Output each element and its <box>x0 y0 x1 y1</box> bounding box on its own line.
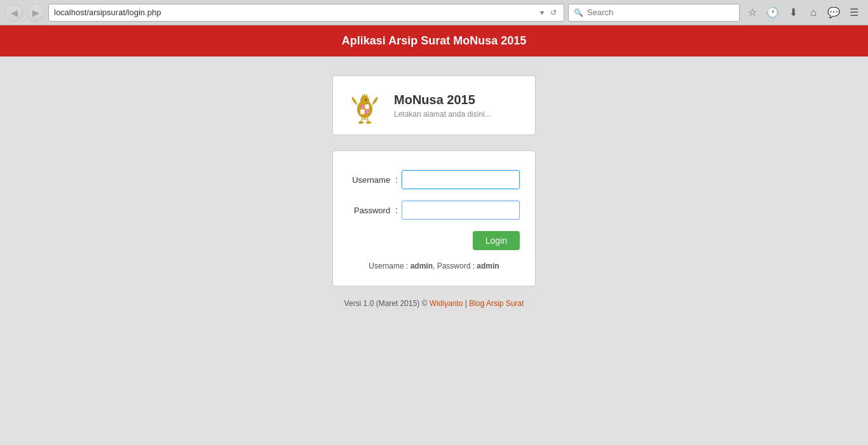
page-body: MoNusa 2015 Letakan alamat anda disini..… <box>0 56 868 445</box>
logo-app-subtitle: Letakan alamat anda disini... <box>394 110 491 119</box>
chat-icon[interactable]: 💬 <box>825 4 843 22</box>
home-icon[interactable]: ⌂ <box>804 4 822 22</box>
button-row: Login <box>348 231 520 250</box>
search-bar[interactable]: 🔍 <box>568 4 740 22</box>
svg-rect-12 <box>364 94 365 96</box>
username-input[interactable] <box>402 170 520 189</box>
password-label: Password <box>348 206 395 215</box>
footer-link-blog[interactable]: Blog Arsip Surat <box>469 299 524 308</box>
svg-rect-11 <box>362 95 363 97</box>
history-icon[interactable]: 🕐 <box>764 4 782 22</box>
dropdown-icon[interactable]: ▾ <box>537 8 547 18</box>
app-title: Aplikasi Arsip Surat MoNusa 2015 <box>342 34 526 47</box>
forward-button[interactable]: ▶ <box>27 4 44 22</box>
download-icon[interactable]: ⬇ <box>784 4 802 22</box>
svg-rect-5 <box>360 104 365 109</box>
username-row: Username : <box>348 170 520 189</box>
toolbar-icons: ☆ 🕐 ⬇ ⌂ 💬 ☰ <box>743 4 863 22</box>
hint-prefix: Username : <box>369 262 410 270</box>
password-colon: : <box>395 205 398 215</box>
svg-rect-6 <box>365 109 369 114</box>
bookmark-icon[interactable]: ☆ <box>743 4 761 22</box>
logo-app-title: MoNusa 2015 <box>394 93 491 107</box>
url-text: localhost/arsipsurat/login.php <box>54 8 537 17</box>
password-row: Password : <box>348 201 520 220</box>
svg-marker-9 <box>369 100 370 102</box>
logo-card: MoNusa 2015 Letakan alamat anda disini..… <box>332 76 536 135</box>
page-footer: Versi 1.0 (Maret 2015) © Widiyanto | Blo… <box>344 299 524 308</box>
hint-middle: , Password : <box>433 262 477 270</box>
login-card: Username : Password : Login Username : a… <box>332 150 536 286</box>
svg-point-17 <box>366 121 371 124</box>
password-input[interactable] <box>402 201 520 220</box>
footer-link-widiyanto[interactable]: Widiyanto <box>430 299 463 308</box>
svg-point-8 <box>365 99 367 100</box>
hint-username: admin <box>410 262 433 270</box>
footer-separator: | <box>463 299 470 308</box>
garuda-emblem <box>346 86 384 124</box>
logo-text-block: MoNusa 2015 Letakan alamat anda disini..… <box>394 93 491 119</box>
hint-password: admin <box>477 262 499 270</box>
address-bar[interactable]: localhost/arsipsurat/login.php ▾ ↺ <box>48 4 564 22</box>
login-button[interactable]: Login <box>473 231 520 250</box>
search-icon: 🔍 <box>574 8 583 17</box>
browser-chrome: ◀ ▶ localhost/arsipsurat/login.php ▾ ↺ 🔍… <box>0 0 868 25</box>
back-button[interactable]: ◀ <box>5 4 23 22</box>
app-header: Aplikasi Arsip Surat MoNusa 2015 <box>0 25 868 56</box>
footer-prefix: Versi 1.0 (Maret 2015) © <box>344 299 430 308</box>
menu-icon[interactable]: ☰ <box>845 4 863 22</box>
svg-point-16 <box>358 121 363 124</box>
username-colon: : <box>395 175 398 185</box>
hint-text: Username : admin, Password : admin <box>348 262 520 270</box>
search-input[interactable] <box>587 8 734 17</box>
svg-rect-13 <box>366 95 367 97</box>
username-label: Username <box>348 175 395 185</box>
reload-icon[interactable]: ↺ <box>548 8 559 18</box>
